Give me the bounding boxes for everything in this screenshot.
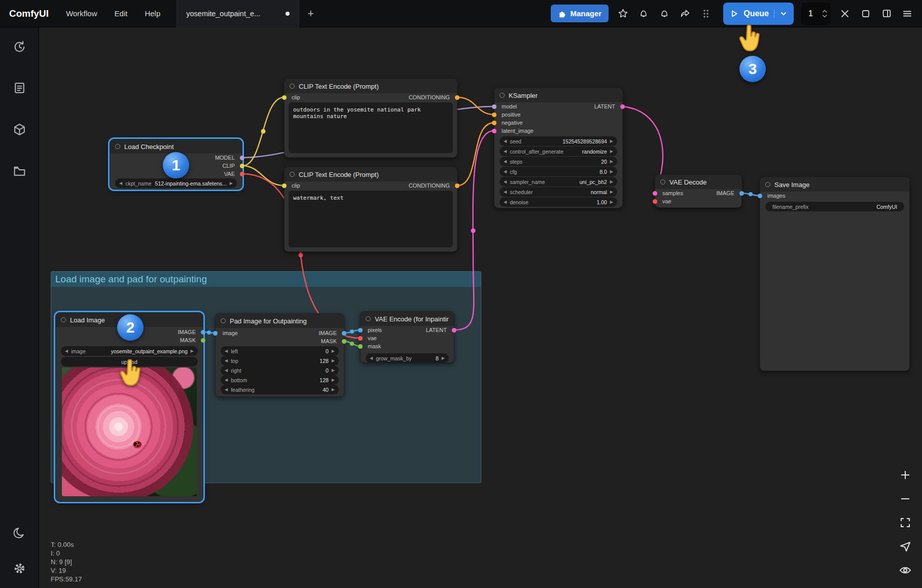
bell-icon-1[interactable] (637, 7, 650, 20)
zoom-in-icon[interactable] (899, 468, 912, 482)
input-port-model[interactable] (492, 104, 497, 109)
output-port-image[interactable] (342, 331, 346, 336)
widget-left[interactable]: left 0 (221, 346, 339, 356)
collapse-dot-icon[interactable] (290, 84, 295, 89)
decrement-arrow-icon[interactable] (504, 170, 507, 174)
app-logo[interactable]: ComfyUI (0, 8, 59, 19)
node-log-icon[interactable] (8, 76, 31, 99)
decrement-arrow-icon[interactable] (504, 150, 507, 154)
output-port-clip[interactable] (240, 164, 244, 168)
workflow-tab[interactable]: yosemite_outpaint_e... (176, 0, 299, 27)
output-port-mask[interactable] (201, 338, 205, 343)
node-header[interactable]: KSampler (494, 88, 622, 102)
widget-filename-prefix[interactable]: filename_prefix ComfyUI (765, 202, 904, 211)
output-port-conditioning[interactable] (455, 95, 459, 100)
star-icon[interactable] (616, 7, 629, 20)
decrement-arrow-icon[interactable] (504, 139, 507, 143)
decrement-arrow-icon[interactable] (370, 356, 373, 360)
input-port-images[interactable] (758, 194, 762, 198)
workflow-history-icon[interactable] (8, 34, 31, 58)
increment-arrow-icon[interactable] (610, 150, 613, 154)
decrement-arrow-icon[interactable] (225, 388, 228, 392)
increment-arrow-icon[interactable] (442, 356, 445, 360)
zoom-out-icon[interactable] (899, 492, 912, 505)
node-vae-encode-inpainting[interactable]: VAE Encode (for Inpainting) pixels vae m… (360, 311, 454, 363)
node-header[interactable]: CLIP Text Encode (Prompt) (285, 79, 457, 93)
input-port-image[interactable] (213, 331, 218, 336)
decrement-arrow-icon[interactable] (225, 359, 228, 363)
collapse-dot-icon[interactable] (660, 179, 665, 185)
increment-arrow-icon[interactable] (610, 190, 613, 194)
output-port-model[interactable] (240, 156, 244, 160)
decrement-arrow-icon[interactable] (225, 378, 228, 382)
prompt-textarea[interactable]: outdoors in the yosemite national park m… (289, 102, 453, 153)
increment-arrow-icon[interactable] (230, 181, 233, 186)
share-arrow-icon[interactable] (679, 7, 692, 20)
menu-workflow[interactable]: Workflow (59, 5, 104, 22)
node-header[interactable]: VAE Encode (for Inpainting) (361, 312, 454, 326)
manager-button[interactable]: Manager (551, 5, 609, 22)
increment-arrow-icon[interactable] (191, 349, 194, 353)
output-port-image[interactable] (201, 330, 205, 335)
widget-cfg[interactable]: cfg 8.0 (500, 167, 617, 176)
theme-moon-icon[interactable] (8, 521, 31, 544)
node-header[interactable]: CLIP Text Encode (Prompt) (285, 167, 457, 181)
settings-gear-icon[interactable] (8, 557, 31, 580)
collapse-dot-icon[interactable] (366, 316, 371, 321)
node-header[interactable]: Pad Image for Outpainting (216, 314, 344, 328)
input-port-mask[interactable] (358, 344, 363, 349)
collapse-dot-icon[interactable] (500, 93, 505, 98)
bell-icon-2[interactable] (658, 7, 671, 20)
widget-feathering[interactable]: feathering 40 (221, 385, 339, 394)
increment-arrow-icon[interactable] (610, 200, 613, 204)
decrement-arrow-icon[interactable] (65, 349, 68, 353)
node-load-image[interactable]: Load Image IMAGE MASK image yosemite_out… (55, 312, 203, 502)
increment-arrow-icon[interactable] (332, 359, 335, 363)
input-port-pixels[interactable] (358, 328, 363, 333)
increment-arrow-icon[interactable] (610, 180, 613, 184)
node-pad-image-for-outpainting[interactable]: Pad Image for Outpainting image IMAGE MA… (215, 313, 344, 397)
fit-view-icon[interactable] (899, 516, 912, 529)
node-header[interactable]: Save Image (760, 177, 909, 192)
input-port-latent-image[interactable] (492, 129, 497, 133)
workflows-folder-icon[interactable] (8, 159, 31, 182)
widget-bottom[interactable]: bottom 128 (221, 375, 339, 385)
input-port-vae[interactable] (653, 199, 657, 204)
output-port-latent[interactable] (620, 104, 625, 109)
model-library-icon[interactable] (8, 118, 31, 141)
widget-steps[interactable]: steps 20 (500, 157, 617, 166)
decrement-arrow-icon[interactable] (504, 180, 507, 184)
widget-image-file[interactable]: image yosemite_outpaint_example.png (61, 346, 198, 356)
node-clip-text-encode-positive[interactable]: CLIP Text Encode (Prompt) clip CONDITION… (284, 79, 457, 158)
input-port-clip[interactable] (282, 95, 287, 100)
increment-arrow-icon[interactable] (332, 388, 335, 392)
output-port-vae[interactable] (240, 172, 244, 176)
node-save-image[interactable]: Save Image images filename_prefix ComfyU… (760, 177, 910, 371)
menu-edit[interactable]: Edit (108, 5, 135, 22)
collapse-dot-icon[interactable] (115, 144, 120, 149)
batch-count-input[interactable]: 1 (801, 3, 831, 25)
drag-handle-dots-icon[interactable] (699, 7, 713, 20)
increment-arrow-icon[interactable] (332, 369, 335, 373)
widget-seed[interactable]: seed 152545289528694 (500, 136, 617, 146)
increment-arrow-icon[interactable] (610, 160, 613, 164)
count-spinner[interactable] (822, 10, 828, 18)
widget-right[interactable]: right 0 (221, 365, 339, 375)
decrement-arrow-icon[interactable] (225, 369, 228, 373)
increment-arrow-icon[interactable] (610, 139, 613, 143)
hamburger-menu-icon[interactable] (901, 7, 914, 20)
input-port-vae[interactable] (358, 336, 363, 341)
widget-scheduler[interactable]: scheduler normal (500, 187, 617, 197)
node-header[interactable]: VAE Decode (655, 175, 741, 189)
panel-layout-icon[interactable] (880, 7, 893, 20)
decrement-arrow-icon[interactable] (504, 200, 507, 204)
input-port-samples[interactable] (653, 191, 657, 196)
widget-control-after-generate[interactable]: control_after_generate randomize (500, 146, 617, 156)
output-port-image[interactable] (739, 191, 744, 196)
decrement-arrow-icon[interactable] (119, 181, 122, 186)
eye-icon[interactable] (899, 564, 912, 577)
collapse-dot-icon[interactable] (765, 182, 770, 187)
group-header[interactable]: Load image and pad for outpainting (51, 272, 481, 287)
output-port-mask[interactable] (342, 339, 346, 344)
node-ksampler[interactable]: KSampler model positive negative latent_… (494, 88, 623, 208)
